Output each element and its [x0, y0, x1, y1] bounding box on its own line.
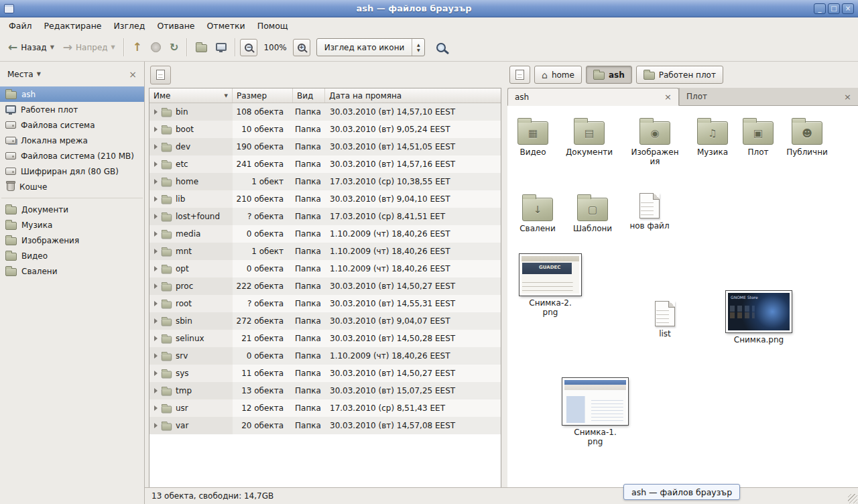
sidebar-item-filesystem[interactable]: Файлова система: [0, 117, 144, 133]
expander-icon[interactable]: [154, 179, 158, 184]
menu-help[interactable]: Помощ: [251, 19, 294, 33]
column-header-name[interactable]: Име▼: [149, 88, 233, 103]
column-header-size[interactable]: Размер: [233, 88, 293, 103]
sidebar-item-ash[interactable]: ash: [0, 86, 144, 102]
expander-icon[interactable]: [154, 144, 158, 149]
table-row[interactable]: home1 обектПапка17.03.2010 (ср) 10,38,55…: [149, 173, 501, 190]
icon-view[interactable]: ▦Видео▤Документи◉Изображения♫Музика▣Плот…: [507, 106, 858, 487]
combobox-arrows-icon[interactable]: ▲▼: [412, 39, 424, 56]
expander-icon[interactable]: [154, 231, 158, 237]
expander-icon[interactable]: [154, 214, 158, 219]
table-row[interactable]: etc241 обектаПапка30.03.2010 (вт) 14,57,…: [149, 155, 501, 173]
table-row[interactable]: dev190 обектаПапка30.03.2010 (вт) 14,51,…: [149, 138, 501, 155]
search-button[interactable]: [432, 37, 450, 58]
close-button[interactable]: ×: [842, 3, 854, 14]
sidebar-item-volume-210mb[interactable]: Файлова система (210 MB): [0, 148, 144, 164]
table-row[interactable]: bin108 обектаПапка30.03.2010 (вт) 14,57,…: [149, 103, 501, 121]
expander-icon[interactable]: [154, 249, 158, 254]
path-button-desktop[interactable]: Работен плот: [636, 66, 723, 84]
expander-icon[interactable]: [154, 109, 158, 115]
resize-grip[interactable]: [848, 494, 857, 503]
table-row[interactable]: sbin272 обектаПапка30.03.2010 (вт) 9,04,…: [149, 312, 501, 330]
sidebar-mode-dropdown-icon[interactable]: ▼: [37, 71, 41, 77]
forward-dropdown-icon[interactable]: ▼: [111, 44, 115, 50]
forward-button[interactable]: → Напред ▼: [59, 37, 119, 58]
tab-close-icon[interactable]: ×: [664, 92, 672, 101]
path-button-ash[interactable]: ash: [586, 66, 632, 84]
file-item-snimka-1[interactable]: Снимка-1.​png: [556, 378, 634, 447]
sidebar-item-downloads[interactable]: Свалени: [0, 263, 144, 279]
menu-view[interactable]: Изглед: [108, 19, 151, 33]
pathbar-left-button[interactable]: [509, 66, 530, 84]
column-header-type[interactable]: Вид: [293, 88, 325, 103]
sidebar-item-local-network[interactable]: Локална мрежа: [0, 133, 144, 148]
expander-icon[interactable]: [154, 284, 158, 289]
maximize-button[interactable]: □: [828, 3, 840, 14]
menu-bookmarks[interactable]: Отметки: [201, 19, 251, 33]
sort-indicator-icon[interactable]: ▼: [225, 93, 228, 99]
sidebar-item-encrypted-80gb[interactable]: Шифриран дял (80 GB): [0, 164, 144, 179]
tab-close-icon[interactable]: ×: [844, 92, 851, 101]
expander-icon[interactable]: [154, 318, 158, 324]
zoom-in-button[interactable]: +: [293, 39, 310, 56]
table-row[interactable]: media0 обектаПапка1.10.2009 (чт) 18,40,2…: [149, 225, 501, 243]
table-row[interactable]: selinux21 обектаПапка30.03.2010 (вт) 14,…: [149, 330, 501, 347]
expander-icon[interactable]: [154, 266, 158, 271]
menu-file[interactable]: Файл: [3, 19, 38, 33]
expander-icon[interactable]: [154, 301, 158, 306]
table-row[interactable]: mnt1 обектПапка1.10.2009 (чт) 18,40,26 E…: [149, 243, 501, 260]
tab-ash[interactable]: ash×: [507, 88, 679, 106]
table-row[interactable]: proc222 обектаПапка30.03.2010 (вт) 14,50…: [149, 277, 501, 295]
table-row[interactable]: lost+found? обектаПапка17.03.2010 (ср) 8…: [149, 208, 501, 225]
view-mode-combobox[interactable]: Изглед като икони ▲▼: [316, 38, 426, 56]
path-button-home[interactable]: ⌂home: [534, 66, 582, 84]
file-item-images[interactable]: ◉Изображения: [627, 117, 683, 167]
file-item-documents[interactable]: ▤Документи: [561, 117, 617, 158]
expander-icon[interactable]: [154, 162, 158, 167]
computer-button[interactable]: [212, 37, 231, 58]
expander-icon[interactable]: [154, 353, 158, 359]
sidebar-item-documents[interactable]: Документи: [0, 202, 144, 217]
menu-edit[interactable]: Редактиране: [38, 19, 108, 33]
sidebar-item-music[interactable]: Музика: [0, 217, 144, 233]
expander-icon[interactable]: [154, 405, 158, 411]
minimize-button[interactable]: _: [814, 3, 826, 14]
file-item-templates[interactable]: ▢Шаблони: [564, 193, 621, 234]
sidebar-item-pictures[interactable]: Изображения: [0, 233, 144, 248]
table-row[interactable]: opt0 обектаПапка1.10.2009 (чт) 18,40,26 …: [149, 260, 501, 277]
expander-icon[interactable]: [154, 423, 158, 428]
table-row[interactable]: root? обектаПапка30.03.2010 (вт) 14,55,3…: [149, 295, 501, 312]
home-button[interactable]: [192, 37, 211, 58]
file-item-desktop[interactable]: ▣Плот: [730, 117, 786, 158]
stop-button[interactable]: [147, 37, 165, 58]
table-row[interactable]: boot10 обектаПапка30.03.2010 (вт) 9,05,2…: [149, 121, 501, 138]
up-button[interactable]: ↑: [129, 37, 146, 58]
table-row[interactable]: var20 обектаПапка30.03.2010 (вт) 14,57,0…: [149, 417, 501, 434]
file-item-video[interactable]: ▦Видео: [507, 117, 561, 158]
tab-plot[interactable]: Плот×: [679, 88, 858, 105]
expander-icon[interactable]: [154, 371, 158, 376]
file-item-new-file[interactable]: нов файл: [621, 193, 678, 231]
pane-location-button[interactable]: [150, 66, 171, 84]
expander-icon[interactable]: [154, 127, 158, 132]
column-header-modified[interactable]: Дата на промяна: [325, 88, 501, 103]
expander-icon[interactable]: [154, 388, 158, 393]
table-row[interactable]: sys11 обектаПапка30.03.2010 (вт) 14,50,2…: [149, 365, 501, 382]
table-row[interactable]: tmp13 обектаПапка30.03.2010 (вт) 15,07,2…: [149, 382, 501, 399]
sidebar-item-videos[interactable]: Видео: [0, 248, 144, 263]
file-item-snimka[interactable]: GNOME StoreСнимка.​png: [720, 291, 798, 345]
expander-icon[interactable]: [154, 336, 158, 341]
menu-go[interactable]: Отиване: [151, 19, 200, 33]
file-item-list[interactable]: list: [637, 301, 693, 339]
sidebar-close-icon[interactable]: ×: [129, 70, 137, 79]
table-row[interactable]: srv0 обектаПапка1.10.2009 (чт) 18,40,26 …: [149, 347, 501, 365]
table-row[interactable]: usr12 обектаПапка17.03.2010 (ср) 8,51,43…: [149, 399, 501, 417]
sidebar-item-trash[interactable]: Кошче: [0, 179, 144, 194]
zoom-out-button[interactable]: −: [240, 39, 257, 56]
file-item-public[interactable]: ☻Публични: [779, 117, 835, 158]
back-dropdown-icon[interactable]: ▼: [50, 44, 54, 50]
file-item-downloads[interactable]: ↓Свалени: [509, 193, 566, 234]
reload-button[interactable]: ↻: [166, 37, 182, 58]
file-item-snimka-2[interactable]: GUADECСнимка-2.​png: [511, 254, 589, 318]
expander-icon[interactable]: [154, 196, 158, 202]
